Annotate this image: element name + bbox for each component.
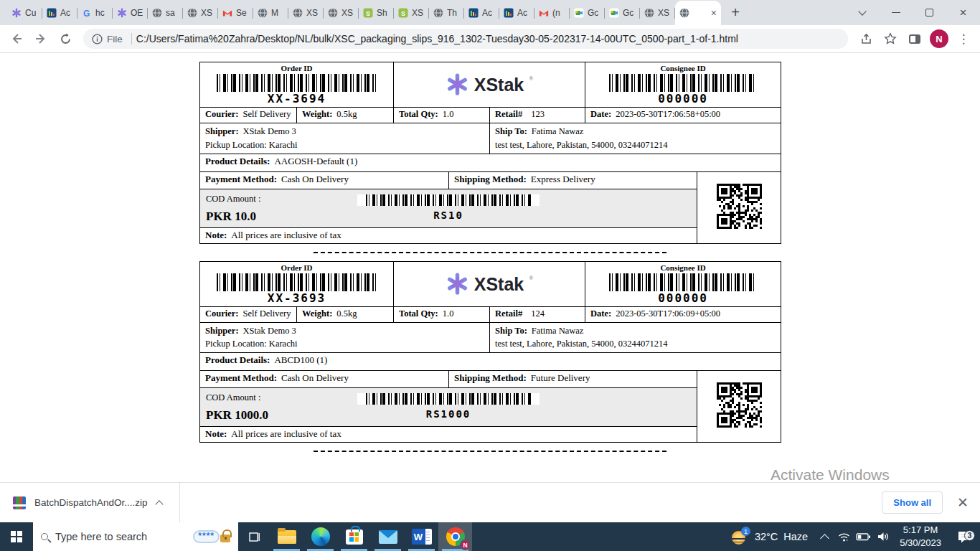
taskbar: Type here to search **** W N 1 32°C Haze… [0, 522, 980, 551]
browser-tab[interactable]: Se [218, 1, 253, 25]
address-bar[interactable]: File C:/Users/Fatima%20Zahra/Desktop/NL/… [83, 29, 848, 49]
browser-tab[interactable]: OE [113, 1, 148, 25]
battery-button[interactable] [854, 532, 873, 542]
bookmark-button[interactable] [878, 27, 903, 51]
word-icon: W [412, 529, 432, 545]
side-panel-icon [909, 34, 920, 44]
brand-cell: XStak ® [394, 62, 585, 108]
taskbar-app-word[interactable]: W [405, 522, 438, 551]
globe-favicon-icon [152, 8, 162, 18]
cod-barcode-text: RS10 [200, 209, 697, 221]
browser-tab[interactable]: Ghc [77, 1, 113, 25]
taskbar-search[interactable]: Type here to search **** [33, 522, 238, 551]
url-text[interactable]: C:/Users/Fatima%20Zahra/Desktop/NL/bulk/… [136, 33, 738, 44]
new-tab-button[interactable]: + [725, 2, 745, 22]
start-button[interactable] [0, 522, 33, 551]
browser-tab[interactable]: XS [640, 1, 675, 25]
browser-tab-active[interactable]: × [675, 1, 721, 25]
tab-search-button[interactable] [845, 0, 879, 25]
taskbar-app-chrome[interactable]: N [438, 522, 472, 551]
browser-tab[interactable]: Gc [570, 1, 605, 25]
action-center-button[interactable]: 3 [948, 530, 980, 544]
browser-menu-button[interactable]: ⋮ [951, 27, 976, 51]
globe-favicon-icon [328, 8, 338, 18]
browser-tab[interactable]: Ac [499, 1, 534, 25]
tab-label: XS [412, 8, 423, 18]
gmail-favicon-icon [539, 8, 549, 18]
total-qty-cell: Total Qty:1.0 [394, 306, 490, 322]
browser-tab[interactable]: Ac [464, 1, 499, 25]
browser-tab[interactable]: Gc [605, 1, 640, 25]
shopify-favicon-icon: S [363, 8, 373, 18]
taskbar-app-file-explorer[interactable] [270, 522, 303, 551]
notification-count-badge: 3 [964, 530, 975, 541]
meet-favicon-icon [574, 8, 584, 18]
download-bar: BatchDispatchAndOr....zip Show all ✕ [0, 482, 980, 522]
minimize-button[interactable] [879, 0, 913, 25]
search-placeholder: Type here to search [55, 531, 147, 542]
download-item[interactable]: BatchDispatchAndOr....zip [0, 483, 175, 522]
taskbar-clock[interactable]: 5:17 PM 5/30/2023 [892, 524, 948, 549]
back-arrow-icon [10, 32, 23, 45]
tray-overflow-button[interactable] [815, 532, 834, 542]
tab-label: XS [658, 8, 669, 18]
browser-tab[interactable]: XS [288, 1, 324, 25]
browser-tab[interactable]: sa [148, 1, 183, 25]
shipping-method-cell: Shipping Method:Future Delivery [449, 371, 697, 388]
star-icon [884, 32, 897, 45]
pickup-location: Pickup Location: Karachi [205, 138, 484, 152]
tab-label: Ac [60, 8, 70, 18]
show-all-button[interactable]: Show all [882, 491, 943, 514]
svg-text:G: G [83, 9, 90, 19]
download-file-name: BatchDispatchAndOr....zip [34, 497, 148, 508]
browser-tab[interactable]: M [253, 1, 288, 25]
chevron-up-icon [820, 534, 829, 543]
weight-cell: Weight:0.5kg [297, 306, 394, 322]
tab-label: XS [306, 8, 318, 18]
mail-icon [379, 530, 397, 544]
share-button[interactable] [854, 27, 878, 51]
order-id-value: XX-3693 [205, 291, 388, 305]
meet-favicon-icon [609, 8, 619, 18]
browser-tab[interactable]: SSh [359, 1, 394, 25]
maximize-button[interactable] [913, 0, 946, 25]
three-dot-menu-icon: ⋮ [958, 32, 970, 47]
browser-tab[interactable]: Ac [42, 1, 77, 25]
back-button[interactable] [4, 27, 29, 51]
consignee-id-cell: Consignee ID 000000 [585, 62, 781, 108]
side-panel-button[interactable] [903, 27, 927, 51]
volume-button[interactable] [873, 531, 892, 542]
shopify-favicon-icon: S [398, 8, 408, 18]
chevron-up-icon[interactable] [155, 500, 163, 508]
download-bar-close-icon[interactable]: ✕ [957, 494, 969, 511]
tab-label: sa [166, 8, 175, 18]
taskbar-app-edge[interactable] [303, 522, 337, 551]
qr-code [697, 184, 781, 232]
task-view-button[interactable] [238, 522, 270, 551]
cod-amount-value: PKR 10.0 [206, 209, 260, 224]
reload-button[interactable] [53, 27, 77, 51]
browser-tab[interactable]: SXS [394, 1, 429, 25]
taskbar-weather[interactable]: 1 32°C Haze [725, 528, 815, 545]
retail-cell: Retail#123 [490, 108, 585, 123]
shipping-method-cell: Shipping Method:Express Delivery [449, 171, 697, 189]
close-window-button[interactable]: × [946, 0, 980, 25]
consignee-id-label: Consignee ID [590, 263, 776, 272]
gmail-favicon-icon [222, 8, 232, 18]
forward-button[interactable] [29, 27, 53, 51]
browser-tab[interactable]: (n [534, 1, 570, 25]
search-highlight-graphic: **** [193, 530, 230, 543]
browser-tab[interactable]: Th [429, 1, 464, 25]
browser-tab[interactable]: XS [183, 1, 218, 25]
taskbar-app-store[interactable] [337, 522, 371, 551]
browser-tab[interactable]: Cu [7, 1, 42, 25]
tab-close-icon[interactable]: × [711, 8, 717, 18]
courier-cell: Courier:Self Delivery [200, 108, 297, 123]
pickup-location: Pickup Location: Karachi [205, 337, 484, 351]
password-dots-icon: **** [193, 530, 220, 543]
browser-tab[interactable]: XS [324, 1, 359, 25]
network-button[interactable]: * [834, 531, 854, 542]
profile-button[interactable]: N [927, 27, 951, 51]
qr-code [697, 382, 781, 430]
taskbar-app-mail[interactable] [371, 522, 405, 551]
